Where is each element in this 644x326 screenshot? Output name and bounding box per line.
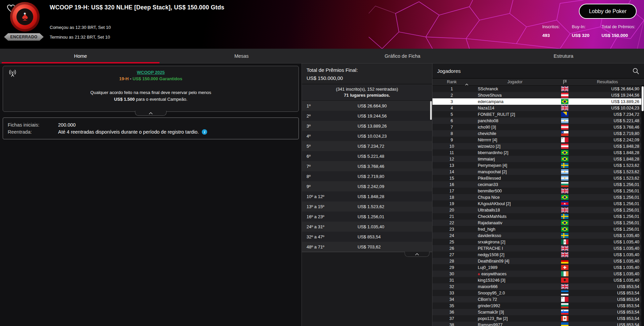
wcoop-series-link[interactable]: WCOOP 2025 xyxy=(137,70,165,75)
player-row[interactable]: 23 fred_high US$ 1.256,01 xyxy=(432,226,644,232)
prize-row: 16º a 23º US$ 1.256,01 xyxy=(302,212,432,222)
player-result: US$ 2.242,09 xyxy=(571,138,644,142)
search-icon[interactable] xyxy=(632,67,639,75)
tab-mesas[interactable]: Mesas xyxy=(161,49,322,63)
player-rank: 8 xyxy=(432,131,471,136)
player-row[interactable]: 36 Scarmak3r [3] US$ 853,54 xyxy=(432,309,644,315)
player-row[interactable]: 31 king153246 [3] US$ 1.035,40 xyxy=(432,277,644,283)
player-row[interactable]: 37 popo123_ftw [2] US$ 853,54 xyxy=(432,315,644,322)
prize-row: 13º a 15º US$ 1.523,62 xyxy=(302,201,432,212)
player-rank: 20 xyxy=(432,208,471,213)
player-row[interactable]: 13 Perrymejsen [4] US$ 1.523,62 xyxy=(432,162,644,169)
player-row[interactable]: 2 ShoveShuva US$ 19.244,56 xyxy=(432,92,644,98)
player-row[interactable]: 27 nedgy1508 [2] US$ 1.035,40 xyxy=(432,251,644,258)
player-row[interactable]: 6 panchito08 US$ 5.221,48 xyxy=(432,118,644,124)
player-row[interactable]: 17 benmiller500 US$ 1.256,01 xyxy=(432,188,644,194)
player-result: US$ 13.889,26 xyxy=(571,99,644,104)
player-row[interactable]: 30 ♠easywithaces US$ 1.035,40 xyxy=(432,271,644,277)
player-row[interactable]: 29 Luj0_1989 US$ 1.035,40 xyxy=(432,264,644,271)
collapse-info-button[interactable] xyxy=(135,111,167,116)
player-row[interactable]: 11 bbernardinho [2] US$ 1.848,28 xyxy=(432,149,644,156)
player-row[interactable]: 1 SSchranck US$ 26.664,90 xyxy=(432,86,644,92)
event-code: 19-H xyxy=(119,76,129,81)
lobby-de-poker-button[interactable]: Lobby de Poker xyxy=(579,4,637,19)
player-row[interactable]: 18 Chupa Nice US$ 1.256,01 xyxy=(432,194,644,200)
player-name: srxakgirona [2] xyxy=(471,240,559,244)
tournament-title: WCOOP 19-H: US$ 320 NLHE [Deep Stack], U… xyxy=(50,4,224,11)
player-result: US$ 1.256,01 xyxy=(571,221,644,225)
player-name: ♠easywithaces xyxy=(471,272,559,276)
player-rank: 10 xyxy=(432,144,471,149)
player-rank: 18 xyxy=(432,195,471,200)
player-row[interactable]: 25 srxakgirona [2] US$ 1.035,40 xyxy=(432,239,644,245)
player-row[interactable]: 32 maioor666 US$ 853,54 xyxy=(432,283,644,290)
player-row[interactable]: 35 grinder1992 US$ 853,54 xyxy=(432,302,644,309)
prize-subheader: (341 inscrito(s), 152 reentradas) 71 lug… xyxy=(302,84,432,101)
player-row[interactable]: 7 icho90 [3] US$ 3.768,46 xyxy=(432,124,644,130)
tab-gráfico-de-ficha[interactable]: Gráfico de Ficha xyxy=(322,49,483,63)
player-country-flag-se xyxy=(559,233,571,238)
player-name: Ultraballs18 xyxy=(471,208,559,213)
player-name: chevichile xyxy=(471,131,559,136)
prize-rows: 1º US$ 26.664,90 2º US$ 19.244,56 3º US$… xyxy=(302,101,432,252)
event-guarantee-line: 19-H - US$ 150.000 Garantidos xyxy=(3,76,298,81)
rank-column-header[interactable]: Rank xyxy=(432,80,471,84)
player-country-flag-mx xyxy=(559,239,571,244)
player-row[interactable]: 14 manupochat [2] US$ 1.523,62 xyxy=(432,169,644,175)
tab-home[interactable]: Home xyxy=(0,49,161,63)
player-row[interactable]: 21 CheckMahNuts US$ 1.256,01 xyxy=(432,213,644,220)
player-row[interactable]: 26 PETRACHE I US$ 1.035,40 xyxy=(432,245,644,251)
player-row[interactable]: 22 Rajadanaativ US$ 1.256,01 xyxy=(432,220,644,226)
player-row[interactable]: 19 KAgoulAKboul [2] US$ 1.256,01 xyxy=(432,200,644,207)
player-row[interactable]: 12 timmaiarj US$ 1.848,28 xyxy=(432,156,644,162)
player-rank: 29 xyxy=(432,265,471,270)
player-row[interactable]: 15 PikeBlessed US$ 1.523,62 xyxy=(432,175,644,181)
header-stat: Buy-In: US$ 320 xyxy=(572,24,590,38)
player-result: US$ 1.523,62 xyxy=(571,176,644,181)
players-scrollbar-track[interactable] xyxy=(641,86,644,326)
player-row[interactable]: 16 ceciman33 US$ 1.256,01 xyxy=(432,181,644,188)
prize-row: 8º US$ 2.719,80 xyxy=(302,171,432,181)
player-row[interactable]: 33 Snoopy95_2.0 US$ 853,54 xyxy=(432,290,644,296)
player-row[interactable]: 24 davideriksso US$ 1.035,40 xyxy=(432,232,644,239)
player-row[interactable]: 34 CBon's 72 US$ 853,54 xyxy=(432,296,644,302)
player-column-header[interactable]: Jogador xyxy=(471,80,559,84)
player-result: US$ 853,54 xyxy=(571,304,644,308)
info-icon[interactable]: i xyxy=(202,129,207,135)
player-name: CBon's 72 xyxy=(471,297,559,302)
player-row[interactable]: 5 FONBET_RULIT [2] US$ 7.234,72 xyxy=(432,111,644,118)
player-rank: 36 xyxy=(432,310,471,315)
player-rank: 37 xyxy=(432,316,471,321)
player-row[interactable]: 20 Ultraballs18 US$ 1.256,01 xyxy=(432,207,644,213)
player-row[interactable]: 9 Nitrrrrrr [4] US$ 2.242,09 xyxy=(432,137,644,143)
tab-estrutura[interactable]: Estrutura xyxy=(483,49,644,63)
prize-scrollbar-thumb[interactable] xyxy=(430,101,432,120)
flag-column-header[interactable] xyxy=(559,79,571,85)
collapse-prizes-button[interactable] xyxy=(405,252,429,257)
player-name: king153246 [3] xyxy=(471,278,559,283)
player-country-flag-ca xyxy=(559,316,571,321)
player-row[interactable]: 4 Naza114 US$ 10.024,23 xyxy=(432,105,644,111)
prize-row: 9º US$ 2.242,09 xyxy=(302,181,432,191)
player-result: US$ 1.035,40 xyxy=(571,233,644,238)
player-row[interactable]: 10 wizowizo [2] US$ 1.848,28 xyxy=(432,143,644,149)
player-result: US$ 853,54 xyxy=(571,316,644,321)
results-column-header[interactable]: Resultados xyxy=(571,80,644,84)
player-country-flag-de xyxy=(559,259,571,264)
player-row[interactable]: 3 edercampana US$ 13.889,26 xyxy=(432,98,644,105)
player-name: Perrymejsen [4] xyxy=(471,163,559,168)
player-name: timmaiarj xyxy=(471,157,559,161)
player-result: US$ 10.024,23 xyxy=(571,106,644,110)
sort-ascending-icon[interactable] xyxy=(465,82,468,87)
players-scrollbar-thumb[interactable] xyxy=(642,86,644,111)
players-panel-title: Jogadores xyxy=(437,68,461,74)
chips-value: 200.000 xyxy=(58,122,76,128)
prize-row: 1º US$ 26.664,90 xyxy=(302,101,432,111)
player-row[interactable]: 38 Ramses9977 US$ 853,54 xyxy=(432,322,644,326)
player-name: KAgoulAKboul [2] xyxy=(471,201,559,206)
players-header-bar: Jogadores xyxy=(432,63,644,79)
player-name: Rajadanaativ xyxy=(471,221,559,225)
player-name: FONBET_RULIT [2] xyxy=(471,112,559,117)
player-row[interactable]: 28 DeathBrain09 [4] US$ 1.035,40 xyxy=(432,258,644,264)
player-row[interactable]: 8 chevichile US$ 2.719,80 xyxy=(432,130,644,137)
